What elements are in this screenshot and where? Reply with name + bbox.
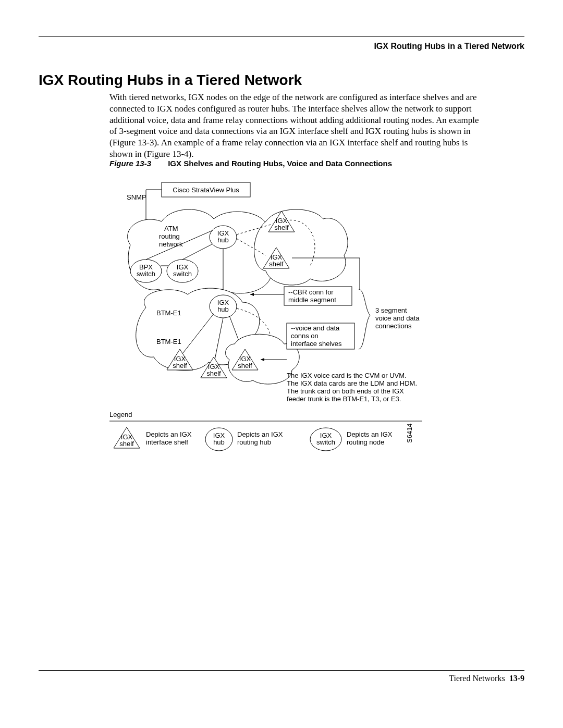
bpx-switch-2: switch bbox=[137, 270, 155, 278]
figure-label: Figure 13-3 bbox=[109, 159, 151, 168]
cbr-2: middle segment bbox=[288, 296, 336, 304]
shelf-b1-b: shelf bbox=[173, 362, 187, 369]
btm-e1-lower: BTM-E1 bbox=[156, 338, 181, 346]
shelf-b3-b: shelf bbox=[238, 362, 252, 369]
legend-title: Legend bbox=[109, 411, 132, 418]
note-3: The trunk card on both ends of the IGX bbox=[287, 387, 404, 395]
footer-rule bbox=[39, 670, 524, 671]
leg-hub-t1: Depicts an IGX bbox=[237, 430, 283, 438]
brace-2: voice and data bbox=[375, 314, 420, 322]
figure-title: IGX Shelves and Routing Hubs, Voice and … bbox=[168, 159, 392, 168]
leg-shelf-b: shelf bbox=[119, 440, 134, 448]
igx-hub-mid-2: hub bbox=[217, 305, 229, 313]
network-diagram: Cisco StrataView Plus SNMP ATM routing n… bbox=[109, 177, 485, 469]
header-rule bbox=[39, 36, 524, 37]
igx-switch-2: switch bbox=[173, 270, 192, 278]
figure-caption: Figure 13-3 IGX Shelves and Routing Hubs… bbox=[109, 159, 392, 168]
footer-page: 13-9 bbox=[509, 674, 524, 683]
brace-1: 3 segment bbox=[375, 306, 407, 314]
leg-sw-t2: routing node bbox=[347, 438, 384, 446]
page: IGX Routing Hubs in a Tiered Network IGX… bbox=[0, 0, 563, 728]
strataview-label: Cisco StrataView Plus bbox=[173, 186, 239, 194]
atm-label-1: ATM bbox=[164, 225, 178, 232]
shelf-b2-b: shelf bbox=[206, 369, 221, 377]
brace-3: connections bbox=[375, 322, 412, 330]
vd-2: conns on bbox=[291, 332, 319, 340]
leg-shelf-t1: Depicts an IGX bbox=[146, 430, 192, 438]
leg-shelf-t2: interface shelf bbox=[146, 438, 188, 446]
header-section-title: IGX Routing Hubs in a Tiered Network bbox=[374, 42, 524, 51]
leg-hub-t2: routing hub bbox=[237, 438, 271, 446]
s-number: S6414 bbox=[406, 423, 413, 443]
leg-sw-t1: Depicts an IGX bbox=[347, 430, 393, 438]
btm-e1-left: BTM-E1 bbox=[156, 309, 181, 317]
vd-3: interface shelves bbox=[291, 340, 342, 348]
igx-hub-top-2: hub bbox=[217, 236, 229, 244]
shelf-ur1-b: shelf bbox=[274, 224, 289, 231]
leg-hub-b: hub bbox=[213, 438, 225, 446]
note-1: The IGX voice card is the CVM or UVM. bbox=[287, 372, 407, 379]
footer-chapter: Tiered Networks bbox=[449, 674, 505, 683]
note-4: feeder trunk is the BTM-E1, T3, or E3. bbox=[287, 395, 401, 403]
cbr-1: --CBR conn for bbox=[288, 288, 334, 296]
note-2: The IGX data cards are the LDM and HDM. bbox=[287, 379, 417, 387]
shelf-ur2-b: shelf bbox=[269, 260, 284, 268]
snmp-label: SNMP bbox=[127, 193, 146, 201]
page-heading: IGX Routing Hubs in a Tiered Network bbox=[39, 72, 302, 89]
intro-paragraph: With tiered networks, IGX nodes on the e… bbox=[109, 92, 485, 160]
atm-label-2: routing bbox=[159, 232, 180, 240]
atm-label-3: network bbox=[159, 240, 183, 248]
leg-sw-b: switch bbox=[316, 438, 335, 446]
footer: Tiered Networks 13-9 bbox=[449, 674, 524, 683]
vd-1: --voice and data bbox=[291, 324, 340, 332]
